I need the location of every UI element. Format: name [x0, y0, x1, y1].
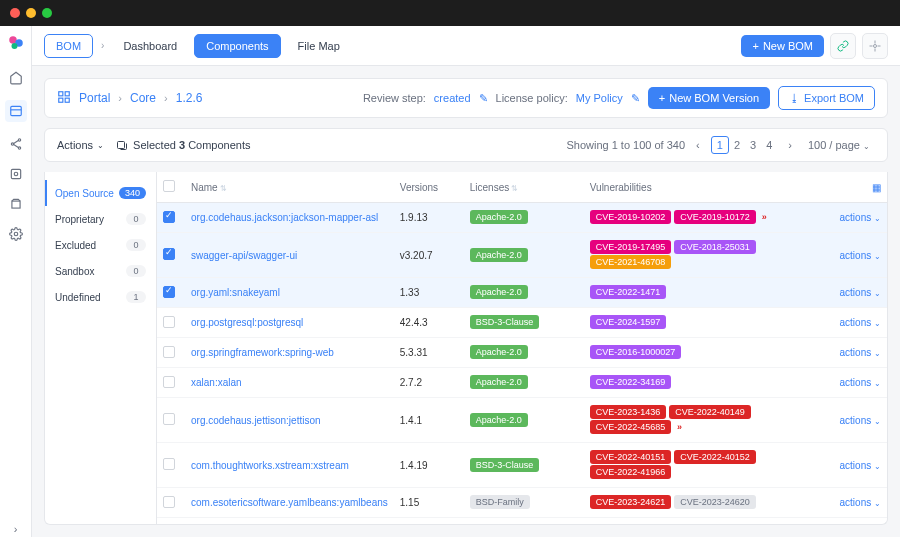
row-checkbox[interactable]	[163, 211, 175, 223]
svg-rect-3	[10, 106, 21, 115]
svg-point-7	[18, 147, 20, 149]
row-checkbox[interactable]	[163, 413, 175, 425]
svg-point-5	[18, 139, 20, 141]
col-licenses[interactable]: Licenses⇅	[464, 172, 584, 203]
sidebar-proprietary[interactable]: Proprietary0	[45, 206, 156, 232]
share-icon[interactable]	[8, 136, 24, 152]
component-name[interactable]: com.thoughtworks.xstream:xstream	[185, 443, 394, 488]
breadcrumb-version[interactable]: 1.2.6	[176, 91, 203, 105]
row-checkbox[interactable]	[163, 376, 175, 388]
row-actions[interactable]: actions ⌄	[834, 398, 887, 443]
component-vulns: CVE-2023-3635	[584, 518, 834, 525]
columns-config-icon[interactable]: ▦	[872, 182, 881, 193]
row-actions[interactable]: actions ⌄	[834, 278, 887, 308]
close-window-dot[interactable]	[10, 8, 20, 18]
gear-icon[interactable]	[862, 33, 888, 59]
showing-text: Showing 1 to 100 of 340	[566, 139, 685, 151]
chevron-right-icon: ›	[99, 40, 106, 51]
list-icon[interactable]	[5, 100, 27, 122]
box-icon[interactable]	[8, 196, 24, 212]
breadcrumb-core[interactable]: Core	[130, 91, 156, 105]
new-bom-version-button[interactable]: +New BOM Version	[648, 87, 770, 109]
component-version: 1.33	[394, 278, 464, 308]
home-icon[interactable]	[8, 70, 24, 86]
toolbar: Actions⌄ Selected 3 Components Showing 1…	[44, 128, 888, 162]
row-checkbox[interactable]	[163, 496, 175, 508]
page-prev[interactable]: ‹	[691, 137, 705, 153]
component-name[interactable]: org.codehaus.jettison:jettison	[185, 398, 394, 443]
page-4[interactable]: 4	[761, 137, 777, 153]
component-name[interactable]: swagger-api/swagger-ui	[185, 233, 394, 278]
table-row: swagger-api/swagger-uiv3.20.7Apache-2.0C…	[157, 233, 887, 278]
component-name[interactable]: org.yaml:snakeyaml	[185, 278, 394, 308]
sidebar-excluded[interactable]: Excluded0	[45, 232, 156, 258]
table-row: org.yaml:snakeyaml1.33Apache-2.0CVE-2022…	[157, 278, 887, 308]
svg-rect-18	[65, 98, 69, 102]
breadcrumb-portal[interactable]: Portal	[79, 91, 110, 105]
component-name[interactable]: org.codehaus.jackson:jackson-mapper-asl	[185, 203, 394, 233]
page-1[interactable]: 1	[711, 136, 729, 154]
scan-icon[interactable]	[8, 166, 24, 182]
component-version: 1.4.1	[394, 398, 464, 443]
col-vulnerabilities[interactable]: Vulnerabilities	[584, 172, 834, 203]
row-checkbox[interactable]	[163, 316, 175, 328]
row-actions[interactable]: actions ⌄	[834, 488, 887, 518]
svg-rect-17	[59, 98, 63, 102]
component-licenses: Apache-2.0	[464, 278, 584, 308]
edit-policy-icon[interactable]: ✎	[631, 92, 640, 105]
svg-point-13	[14, 232, 18, 236]
grid-icon	[57, 90, 71, 106]
component-name[interactable]: org.postgresql:postgresql	[185, 308, 394, 338]
svg-rect-15	[59, 92, 63, 96]
tab-components[interactable]: Components	[194, 34, 280, 58]
col-versions[interactable]: Versions	[394, 172, 464, 203]
component-name[interactable]: xalan:xalan	[185, 368, 394, 398]
row-actions[interactable]: actions ⌄	[834, 368, 887, 398]
minimize-window-dot[interactable]	[26, 8, 36, 18]
row-checkbox[interactable]	[163, 458, 175, 470]
row-actions[interactable]: actions ⌄	[834, 518, 887, 525]
sidebar-open-source[interactable]: Open Source340	[45, 180, 156, 206]
maximize-window-dot[interactable]	[42, 8, 52, 18]
link-icon[interactable]	[830, 33, 856, 59]
table-row: org.springframework:spring-web5.3.31Apac…	[157, 338, 887, 368]
row-checkbox[interactable]	[163, 248, 175, 260]
tab-dashboard[interactable]: Dashboard	[112, 35, 188, 57]
new-bom-button[interactable]: +New BOM	[741, 35, 824, 57]
page-next[interactable]: ›	[783, 137, 797, 153]
svg-point-14	[874, 44, 877, 47]
table-row: org.postgresql:postgresql42.4.3BSD-3-Cla…	[157, 308, 887, 338]
tab-filemap[interactable]: File Map	[287, 35, 351, 57]
row-checkbox[interactable]	[163, 346, 175, 358]
page-2[interactable]: 2	[729, 137, 745, 153]
component-name[interactable]: com.esotericsoftware.yamlbeans:yamlbeans	[185, 488, 394, 518]
row-actions[interactable]: actions ⌄	[834, 443, 887, 488]
component-name[interactable]: com.squareup.okio:okio	[185, 518, 394, 525]
row-actions[interactable]: actions ⌄	[834, 338, 887, 368]
table-row: com.esotericsoftware.yamlbeans:yamlbeans…	[157, 488, 887, 518]
review-step-value[interactable]: created	[434, 92, 471, 104]
edit-review-icon[interactable]: ✎	[479, 92, 488, 105]
row-checkbox[interactable]	[163, 286, 175, 298]
license-policy-value[interactable]: My Policy	[576, 92, 623, 104]
col-name[interactable]: Name⇅	[185, 172, 394, 203]
per-page-select[interactable]: 100 / page ⌄	[803, 137, 875, 153]
license-policy-label: License policy:	[496, 92, 568, 104]
component-vulns: CVE-2019-17495CVE-2018-25031CVE-2021-467…	[584, 233, 834, 278]
select-all-checkbox[interactable]	[163, 180, 175, 192]
page-3[interactable]: 3	[745, 137, 761, 153]
component-licenses: Apache-2.0	[464, 338, 584, 368]
component-name[interactable]: org.springframework:spring-web	[185, 338, 394, 368]
row-actions[interactable]: actions ⌄	[834, 203, 887, 233]
settings-icon[interactable]	[8, 226, 24, 242]
table-row: org.codehaus.jettison:jettison1.4.1Apach…	[157, 398, 887, 443]
export-bom-button[interactable]: ⭳Export BOM	[778, 86, 875, 110]
sidebar-undefined[interactable]: Undefined1	[45, 284, 156, 310]
sidebar-sandbox[interactable]: Sandbox0	[45, 258, 156, 284]
svg-point-6	[11, 143, 13, 145]
collapse-icon[interactable]: ›	[8, 521, 24, 537]
tab-bom[interactable]: BOM	[44, 34, 93, 58]
row-actions[interactable]: actions ⌄	[834, 308, 887, 338]
actions-dropdown[interactable]: Actions⌄	[57, 139, 104, 151]
row-actions[interactable]: actions ⌄	[834, 233, 887, 278]
